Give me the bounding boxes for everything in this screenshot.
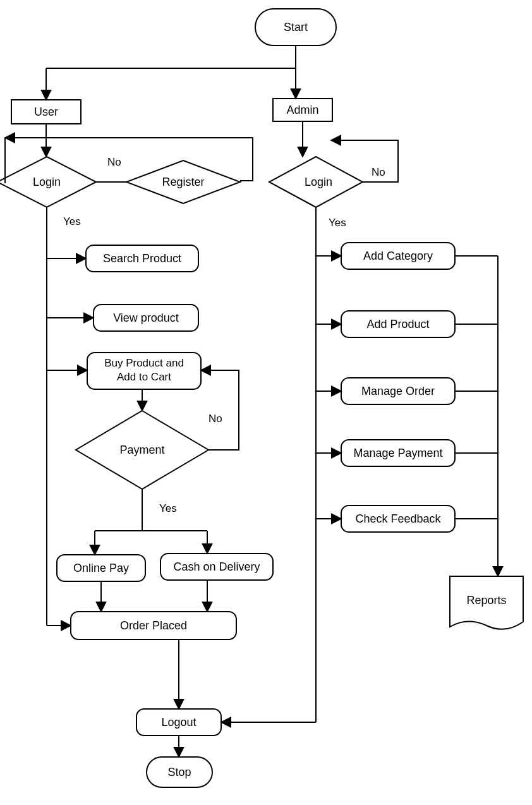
order-placed-label: Order Placed — [120, 619, 187, 632]
admin-login-no-label: No — [372, 166, 385, 178]
buy-add-cart-label-2: Add to Cart — [117, 371, 171, 383]
flowchart-canvas: Start User Admin Login Register Login Se… — [0, 0, 532, 805]
admin-login-yes-label: Yes — [329, 217, 346, 229]
manage-order-label: Manage Order — [361, 385, 435, 397]
start-label: Start — [284, 21, 308, 33]
manage-payment-label: Manage Payment — [353, 447, 442, 459]
payment-label: Payment — [119, 444, 164, 456]
logout-label: Logout — [161, 716, 196, 729]
add-category-label: Add Category — [363, 250, 433, 262]
admin-label: Admin — [286, 104, 318, 116]
view-product-label: View product — [113, 312, 179, 324]
user-login-label: Login — [33, 176, 61, 188]
reports-label: Reports — [466, 594, 506, 607]
stop-label: Stop — [167, 766, 191, 778]
buy-add-cart-label-1: Buy Product and — [104, 357, 184, 369]
payment-yes-label: Yes — [159, 502, 177, 514]
search-product-label: Search Product — [103, 252, 181, 265]
add-product-label: Add Product — [366, 318, 429, 330]
register-label: Register — [162, 176, 204, 188]
user-login-no-label: No — [107, 156, 121, 168]
user-label: User — [34, 106, 58, 118]
cod-label: Cash on Delivery — [173, 560, 260, 573]
check-feedback-label: Check Feedback — [355, 512, 441, 525]
admin-login-label: Login — [305, 176, 332, 188]
online-pay-label: Online Pay — [73, 562, 129, 574]
user-login-yes-label: Yes — [63, 215, 81, 227]
edge-payment-no — [201, 370, 239, 450]
payment-no-label: No — [209, 413, 222, 425]
